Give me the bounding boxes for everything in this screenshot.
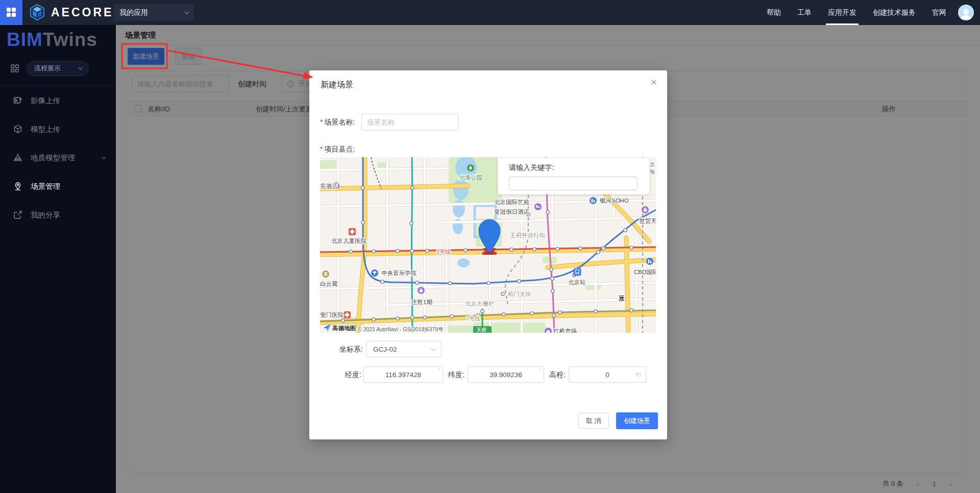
map-label: 皇冠假日酒店 xyxy=(494,209,530,215)
park-icon xyxy=(467,164,474,171)
keyword-search-panel: 请输入关键字: xyxy=(498,158,649,194)
mode-select-dropdown[interactable]: 流程展示 xyxy=(27,61,89,76)
map-label: 北京站 xyxy=(568,279,586,285)
sidebar-item-label: 我的分享 xyxy=(31,210,60,220)
sidebar-nav: 影像上传 模型上传 地质模型管理 场景管理 xyxy=(0,86,116,229)
sidebar-item-label: 场景管理 xyxy=(31,182,60,191)
longitude-field: ° xyxy=(363,366,443,383)
sidebar-item-scene-management[interactable]: 场景管理 xyxy=(0,172,116,201)
sidebar-item-label: 地质模型管理 xyxy=(31,153,75,163)
new-scene-modal: 新建场景 × *场景名称: *项目基点: xyxy=(309,70,667,439)
map-label: 庄胜1期 xyxy=(411,299,432,305)
apps-grid-icon xyxy=(6,7,16,17)
amap-logo-text: 高德地图 xyxy=(332,325,356,331)
sidebar-item-label: 模型上传 xyxy=(31,125,60,134)
metro-line-label: 7号线 xyxy=(466,315,480,322)
required-mark: * xyxy=(320,145,323,153)
degree-unit: ° xyxy=(539,368,541,373)
crs-select-dropdown[interactable]: GCJ-02 xyxy=(366,341,442,357)
app-select-value: 我的应用 xyxy=(119,8,148,17)
menu-item-help[interactable]: 帮助 xyxy=(767,0,781,25)
menu-item-techservice[interactable]: 创建技术服务 xyxy=(873,0,916,25)
mode-row: 流程展示 xyxy=(7,60,109,77)
map-label: 北海公园 xyxy=(459,175,482,181)
image-upload-icon xyxy=(13,96,22,105)
keyword-label: 请输入关键字: xyxy=(509,163,554,172)
map-label: 宾酒店 xyxy=(320,183,338,189)
latitude-field: ° xyxy=(468,366,544,383)
map-label: 前门大街 xyxy=(508,291,532,297)
menu-item-workorder[interactable]: 工单 xyxy=(797,0,812,25)
map-label-clipped: 京 xyxy=(650,161,655,167)
school-icon xyxy=(371,269,378,277)
hospital-icon xyxy=(349,228,356,235)
sidebar-item-geo-model[interactable]: 地质模型管理 xyxy=(0,143,116,172)
logo-text: AECORE xyxy=(51,6,113,19)
bimtwins-logo: BIMTwins xyxy=(7,29,97,51)
grid-icon xyxy=(10,64,19,73)
brand-logo[interactable]: AECORE xyxy=(29,4,113,21)
scene-name-label: *场景名称: xyxy=(320,118,355,127)
menu-item-official[interactable]: 官网 xyxy=(932,0,946,25)
hotel-icon xyxy=(534,203,542,210)
sidebar-item-model-upload[interactable]: 模型上传 xyxy=(0,115,116,143)
shopping-icon xyxy=(642,206,649,213)
user-avatar[interactable] xyxy=(958,5,974,20)
sidebar-item-image-upload[interactable]: 影像上传 xyxy=(0,86,116,115)
map-label: 天桥 xyxy=(476,327,487,333)
chevron-down-icon xyxy=(431,346,436,351)
latitude-input[interactable] xyxy=(468,367,544,382)
hospital-icon xyxy=(344,311,351,318)
building-icon xyxy=(590,197,597,204)
map-label: 安门医院 xyxy=(320,312,344,318)
location-map[interactable]: 宾酒店 北海公园 北京国际艺苑 皇冠假日酒店 银河SOHO 世贸天 王府井步行街… xyxy=(320,157,656,333)
map-label-clipped: 每 xyxy=(650,168,655,175)
map-label: 红桥市场 xyxy=(553,328,577,333)
map-label: 银河SOHO xyxy=(599,198,629,204)
copyright-text: © 2021 AutoNavi - GS(2019)6379号 xyxy=(358,326,444,332)
altitude-field: m xyxy=(569,366,646,383)
brand-bim: BIM xyxy=(7,29,43,50)
chevron-down-icon xyxy=(78,65,82,69)
engineer-avatar-icon xyxy=(958,5,974,20)
map-label: CBD国际 xyxy=(634,269,656,275)
share-icon xyxy=(13,210,22,219)
keyword-input[interactable] xyxy=(509,177,638,190)
sidebar-item-label: 影像上传 xyxy=(31,96,60,106)
altitude-input[interactable] xyxy=(569,367,646,382)
map-label: 世贸天 xyxy=(639,218,656,225)
base-point-label: *项目基点: xyxy=(320,145,355,154)
crs-select-value: GCJ-02 xyxy=(373,346,397,353)
latitude-label: 纬度: xyxy=(448,371,464,380)
metro-line-4 xyxy=(411,157,412,333)
app-select-dropdown[interactable]: 我的应用 xyxy=(113,4,194,21)
layout-grid-button[interactable] xyxy=(7,61,22,76)
longitude-input[interactable] xyxy=(364,367,443,382)
scene-name-input[interactable] xyxy=(361,114,458,131)
model-upload-icon xyxy=(13,125,22,134)
rail-station-icon xyxy=(574,268,581,276)
sidebar: BIMTwins 流程展示 影像上传 模型上传 xyxy=(0,25,116,493)
map-label: 王府井步行街 xyxy=(510,232,546,238)
topbar-menu: 帮助 工单 应用开发 创建技术服务 官网 xyxy=(767,0,946,25)
create-scene-button[interactable]: 创建场景 xyxy=(616,412,658,429)
close-icon[interactable]: × xyxy=(651,77,657,87)
map-label: 中央音乐学院 xyxy=(381,270,417,276)
sidebar-item-my-share[interactable]: 我的分享 xyxy=(0,201,116,229)
shopping-icon xyxy=(418,287,425,294)
map-label: 北京儿童医院 xyxy=(331,238,367,244)
meter-unit: m xyxy=(635,371,641,378)
map-label: 北京国际艺苑 xyxy=(494,199,530,205)
apps-grid-button[interactable] xyxy=(0,0,22,25)
geology-layers-icon xyxy=(13,153,22,162)
degree-unit: ° xyxy=(438,368,440,373)
chevron-down-icon xyxy=(184,9,189,14)
topbar-divider xyxy=(950,8,950,18)
required-mark: * xyxy=(320,118,323,126)
cancel-button[interactable]: 取 消 xyxy=(578,413,609,429)
menu-item-appdev[interactable]: 应用开发 xyxy=(828,0,856,25)
altitude-label: 高程: xyxy=(549,371,566,380)
modal-title: 新建场景 xyxy=(321,80,353,90)
topbar: AECORE 我的应用 帮助 工单 应用开发 创建技术服务 官网 xyxy=(0,0,980,25)
crs-label: 坐标系: xyxy=(337,345,363,354)
